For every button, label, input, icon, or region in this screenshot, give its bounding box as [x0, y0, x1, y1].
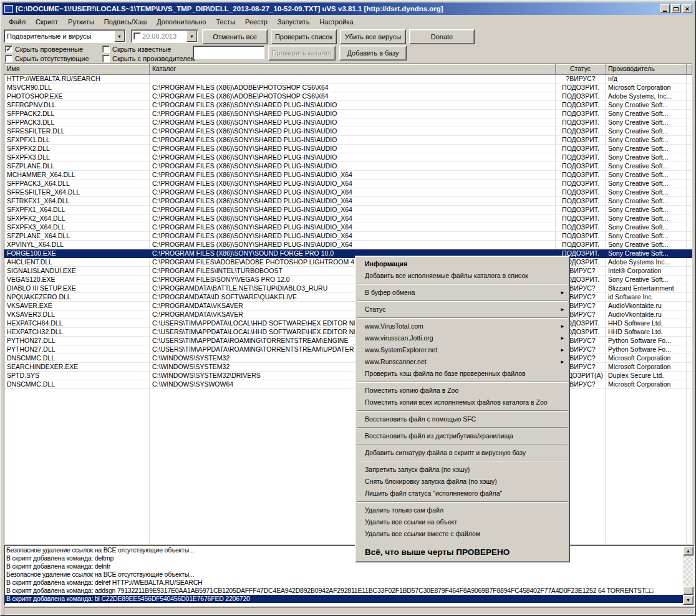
log-scrollbar[interactable]: ▲ ▼ — [683, 546, 694, 605]
table-row[interactable]: SFXPFX1_X64.DLLC:\PROGRAM FILES (X86)\SO… — [4, 206, 692, 214]
table-row[interactable]: DNSCMMC.DLLC:\WINDOWS\SYSTEM32?ВИРУС?Mic… — [4, 354, 692, 363]
log-line[interactable]: В скрипт добавлена команда: delnfr — [5, 562, 683, 570]
hide-filter-checkbox[interactable]: Скрыть известные — [102, 44, 195, 54]
menubar-item[interactable]: Настройка — [314, 17, 358, 26]
column-header-vendor[interactable]: Производитель — [606, 64, 687, 75]
context-menu-item[interactable]: www.SystemExplorer.net► — [357, 344, 568, 356]
table-row[interactable]: DNSCMMC.DLLC:\WINDOWS\SYSWOW64?ВИРУС?Mic… — [4, 380, 692, 389]
context-menu-item[interactable]: Удалить все ссылки на объект — [357, 516, 568, 528]
table-row[interactable]: HTTP://WEBALTA.RU/SEARCH?ВИРУС?н/д — [4, 75, 692, 84]
table-row[interactable]: SIGNALISLANDUI.EXEC:\PROGRAM FILES\INTEL… — [4, 267, 692, 276]
table-row[interactable]: SFXPFX1.DLLC:\PROGRAM FILES (X86)\SONY\S… — [4, 136, 692, 145]
table-row[interactable]: MSVCR90.DLLC:\PROGRAM FILES (X86)\ADOBE\… — [4, 84, 692, 92]
context-menu-item[interactable]: Снять блокировку запуска файла (по хэшу) — [357, 476, 568, 488]
checkbox-icon[interactable] — [102, 55, 110, 62]
maximize-button[interactable] — [671, 4, 681, 13]
table-row[interactable]: SFPPACK3_X64.DLLC:\PROGRAM FILES (X86)\S… — [4, 180, 692, 188]
log-line[interactable]: Безопасное удаление ссылок на ВСЕ отсутс… — [5, 546, 683, 554]
table-row[interactable]: FORGE100.EXEC:\PROGRAM FILES (X86)\SONY\… — [4, 249, 692, 258]
menubar-item[interactable]: Файл — [4, 17, 31, 26]
menubar-item[interactable]: Реестр — [240, 17, 273, 26]
checkbox-icon[interactable]: ✓ — [5, 46, 12, 53]
context-menu-item[interactable]: Запретить запуск файла (по хэшу) — [357, 464, 568, 476]
log-line[interactable]: В скрипт добавлена команда: addsgn 79132… — [5, 587, 683, 595]
table-row[interactable]: SFRESFILTER.DLLC:\PROGRAM FILES (X86)\SO… — [4, 127, 692, 136]
context-menu-item[interactable]: Лишить файл статуса "исполняемого файла" — [357, 488, 568, 499]
table-row[interactable]: SFZPLANE.DLLC:\PROGRAM FILES (X86)\SONY\… — [4, 162, 692, 171]
context-menu-item[interactable]: Удалить только сам файл — [357, 504, 568, 516]
table-row[interactable]: SFXPFX2.DLLC:\PROGRAM FILES (X86)\SONY\S… — [4, 145, 692, 153]
table-row[interactable]: HEXPATCH64.DLLC:\USERS\TIM\APPDATA\LOCAL… — [4, 319, 692, 328]
table-row[interactable]: PHOTOSHOP.EXEC:\PROGRAM FILES (X86)\ADOB… — [4, 92, 692, 101]
context-menu-item[interactable]: Всё, что выше черты ПРОВЕРЕНО — [357, 545, 568, 560]
hide-filter-checkbox[interactable]: Скрыть с производителем — [102, 54, 195, 63]
table-row[interactable]: SFZPLANE_X64.DLLC:\PROGRAM FILES (X86)\S… — [4, 232, 692, 241]
close-button[interactable]: × — [682, 4, 692, 13]
table-row[interactable]: SFPPACK3.DLLC:\PROGRAM FILES (X86)\SONY\… — [4, 118, 692, 127]
table-row[interactable]: DIABLO III SETUP.EXEC:\PROGRAMDATA\BATTL… — [4, 284, 692, 293]
column-header-path[interactable]: Каталог — [150, 64, 556, 75]
scroll-up-icon[interactable]: ▲ — [683, 546, 694, 556]
context-menu-item[interactable]: Восстановить файл из дистрибутива/хранил… — [357, 430, 568, 442]
table-row[interactable]: SFPPACK2.DLLC:\PROGRAM FILES (X86)\SONY\… — [4, 110, 692, 118]
log-line[interactable]: В скрипт добавлена команда: delref HTTP:… — [5, 579, 683, 587]
date-picker[interactable]: 20.08.2013 ▼ — [131, 29, 198, 43]
hide-filter-checkbox[interactable]: Скрыть отсутствующие — [5, 54, 100, 63]
donate-button[interactable]: Donate — [409, 29, 475, 44]
add-to-base-button[interactable]: Добавить в базу — [339, 46, 407, 60]
date-checkbox[interactable] — [133, 32, 141, 40]
context-menu-item[interactable]: Удалить все ссылки вместе с файлом — [357, 528, 568, 540]
context-menu-item[interactable]: Добавить все исполняемые файлы каталога … — [357, 270, 568, 282]
chevron-down-icon[interactable]: ▼ — [114, 31, 125, 42]
column-header-status[interactable]: Статус — [556, 64, 606, 75]
table-row[interactable]: VEGAS120.EXEC:\PROGRAM FILES\SONY\VEGAS … — [4, 276, 692, 284]
context-menu-item[interactable]: Восстановить файл с помощью SFC — [357, 413, 568, 425]
scrollbar-thumb[interactable] — [683, 586, 694, 595]
table-row[interactable]: SFTRKFX1_X64.DLLC:\PROGRAM FILES (X86)\S… — [4, 197, 692, 206]
chevron-down-icon[interactable]: ▼ — [186, 31, 197, 42]
context-menu-item[interactable]: В буфер обмена► — [357, 287, 568, 299]
app-icon[interactable] — [4, 5, 13, 13]
menubar-item[interactable]: Скрипт — [31, 17, 63, 26]
log-line[interactable]: В скрипт добавлена команда: bl C22DE89EE… — [5, 595, 683, 603]
table-row[interactable]: AHCLIENT.DLLC:\PROGRAM FILES\ADOBE\ADOBE… — [4, 258, 692, 267]
cancel-all-button[interactable]: Отменить все — [202, 29, 268, 44]
table-row[interactable]: VKSAVER.EXEC:\PROGRAMDATA\VKSAVER?ВИРУС?… — [4, 302, 692, 310]
context-menu-item[interactable]: Статус► — [357, 304, 568, 315]
menubar-item[interactable]: Дополнительно — [152, 17, 211, 26]
table-row[interactable]: PYTHON27.DLLC:\USERS\TIM\APPDATA\ROAMING… — [4, 337, 692, 345]
table-row[interactable]: SFXPFX3_X64.DLLC:\PROGRAM FILES (X86)\SO… — [4, 223, 692, 232]
checkbox-icon[interactable] — [102, 46, 110, 53]
table-row[interactable]: SFFRGPNV.DLLC:\PROGRAM FILES (X86)\SONY\… — [4, 101, 692, 110]
filter-dropdown[interactable]: Подозрительные и вирусы ▼ — [4, 29, 126, 43]
check-list-button[interactable]: Проверить список — [271, 29, 337, 44]
table-row[interactable]: MCHAMMER_X64.DLLC:\PROGRAM FILES (X86)\S… — [4, 171, 692, 180]
kill-viruses-button[interactable]: Убить все вирусы — [340, 29, 406, 44]
table-row[interactable]: SFXPFX2_X64.DLLC:\PROGRAM FILES (X86)\SO… — [4, 214, 692, 223]
context-menu-item[interactable]: Добавить сигнатуру файла в скрипт и виру… — [357, 447, 568, 459]
hide-filter-checkbox[interactable]: ✓Скрыть проверенные — [5, 44, 100, 54]
table-row[interactable]: VKSAVER3.DLLC:\PROGRAMDATA\VKSAVER?ВИРУС… — [4, 310, 692, 319]
menubar-item[interactable]: Запустить — [273, 17, 315, 26]
table-row[interactable]: SEARCHINDEXER.EXEC:\WINDOWS\SYSTEM32?ВИР… — [4, 363, 692, 372]
log-line[interactable]: Безопасное удаление ссылок на ВСЕ отсутс… — [5, 570, 683, 579]
log-line[interactable]: В скрипт добавлена команда: deltmp — [5, 554, 683, 562]
context-menu-item[interactable]: www.Runscanner.net► — [357, 356, 568, 368]
catalog-input[interactable] — [193, 46, 264, 59]
context-menu-item[interactable]: Поместить копию файла в Zoo — [357, 385, 568, 397]
scroll-down-icon[interactable]: ▼ — [683, 595, 694, 605]
menubar-item[interactable]: Руткиты — [63, 17, 99, 26]
menubar-item[interactable]: Подпись/Хэш — [99, 17, 152, 26]
table-row[interactable]: HEXPATCH32.DLLC:\USERS\TIM\APPDATA\LOCAL… — [4, 328, 692, 337]
checkbox-icon[interactable] — [5, 55, 12, 62]
table-row[interactable]: PYTHON27.DLLC:\USERS\TIM\APPDATA\ROAMING… — [4, 345, 692, 354]
context-menu-item[interactable]: www.virusscan.Jotti.org► — [357, 332, 568, 344]
context-menu-item[interactable]: www.VirusTotal.com► — [357, 320, 568, 332]
minimize-button[interactable] — [660, 4, 670, 13]
context-menu-item[interactable]: Поместить копии всех исполняемых файлов … — [357, 397, 568, 408]
table-row[interactable]: XPVINYL_X64.DLLC:\PROGRAM FILES (X86)\SO… — [4, 241, 692, 249]
context-menu-item[interactable]: Проверить хэш файла по базе проверенных … — [357, 368, 568, 380]
table-row[interactable]: NPQUAKEZERO.DLLC:\PROGRAMDATA\ID SOFTWAR… — [4, 293, 692, 302]
table-row[interactable]: SFXPFX3.DLLC:\PROGRAM FILES (X86)\SONY\S… — [4, 153, 692, 162]
table-row[interactable]: SPTD.SYSC:\WINDOWS\SYSTEM32\DRIVERSПОДОЗ… — [4, 372, 692, 380]
